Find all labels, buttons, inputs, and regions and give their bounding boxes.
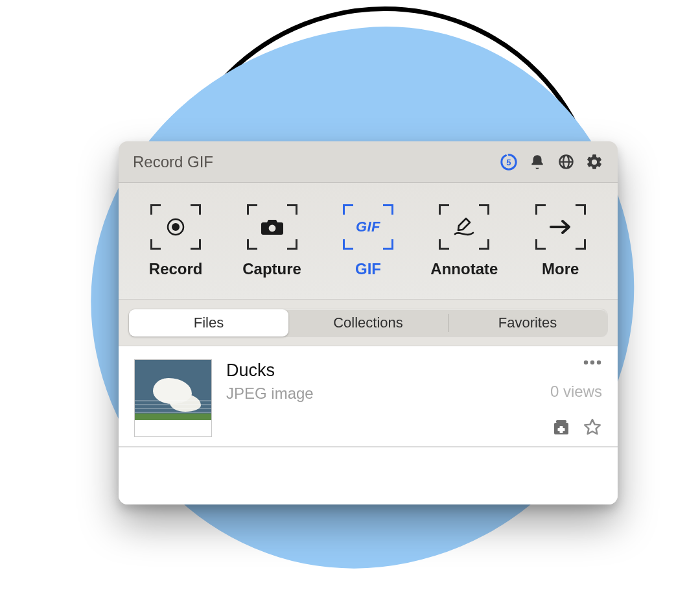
svg-rect-12 <box>558 428 565 431</box>
tab-files-label: Files <box>194 314 224 331</box>
tool-capture[interactable]: Capture <box>227 204 318 278</box>
tool-annotate-label: Annotate <box>430 260 498 278</box>
file-list: Ducks JPEG image 0 views <box>119 346 618 504</box>
camera-icon <box>247 204 297 250</box>
tab-favorites[interactable]: Favorites <box>448 309 607 337</box>
pencil-icon <box>439 204 489 250</box>
file-subtitle: JPEG image <box>226 385 536 403</box>
file-thumbnail <box>134 359 212 437</box>
arrow-right-icon <box>535 204 586 250</box>
file-meta: Ducks JPEG image <box>226 359 536 437</box>
gif-icon-text: GIF <box>356 219 380 235</box>
svg-point-6 <box>584 361 588 364</box>
tool-record[interactable]: Record <box>130 204 221 278</box>
segmented-control: Files Collections Favorites <box>129 309 607 337</box>
tool-more[interactable]: More <box>515 204 606 278</box>
more-options-icon[interactable] <box>583 359 602 366</box>
svg-rect-10 <box>556 420 566 423</box>
notifications-icon[interactable] <box>528 153 546 171</box>
main-toolbar: Record Capture GIF GIF <box>119 183 618 300</box>
tab-collections-label: Collections <box>333 314 403 331</box>
svg-point-8 <box>597 361 601 364</box>
file-actions: 0 views <box>550 359 602 437</box>
header-title: Record GIF <box>133 153 500 171</box>
tool-record-label: Record <box>149 260 203 278</box>
tab-collections[interactable]: Collections <box>288 309 448 337</box>
tab-files[interactable]: Files <box>129 309 288 337</box>
countdown-value: 5 <box>506 157 511 167</box>
tab-favorites-label: Favorites <box>498 314 557 331</box>
svg-point-7 <box>590 361 594 364</box>
add-to-collection-icon[interactable] <box>552 418 571 436</box>
favorite-star-icon[interactable] <box>583 418 602 437</box>
tool-gif-label: GIF <box>355 260 381 278</box>
gif-icon: GIF <box>343 204 393 250</box>
globe-icon[interactable] <box>557 153 575 171</box>
tabs-row: Files Collections Favorites <box>119 300 618 346</box>
tool-capture-label: Capture <box>242 260 301 278</box>
record-icon <box>150 204 201 250</box>
file-views: 0 views <box>550 383 602 401</box>
tool-gif[interactable]: GIF GIF <box>323 204 413 278</box>
file-title: Ducks <box>226 361 536 381</box>
svg-point-2 <box>172 223 180 231</box>
gear-icon[interactable] <box>585 153 603 171</box>
header-bar: Record GIF 5 <box>119 141 618 183</box>
tool-more-label: More <box>542 260 579 278</box>
app-window: Record GIF 5 <box>119 141 618 504</box>
countdown-badge[interactable]: 5 <box>500 153 518 171</box>
tool-annotate[interactable]: Annotate <box>419 204 509 278</box>
header-icons: 5 <box>500 153 603 171</box>
file-row[interactable]: Ducks JPEG image 0 views <box>119 346 618 447</box>
